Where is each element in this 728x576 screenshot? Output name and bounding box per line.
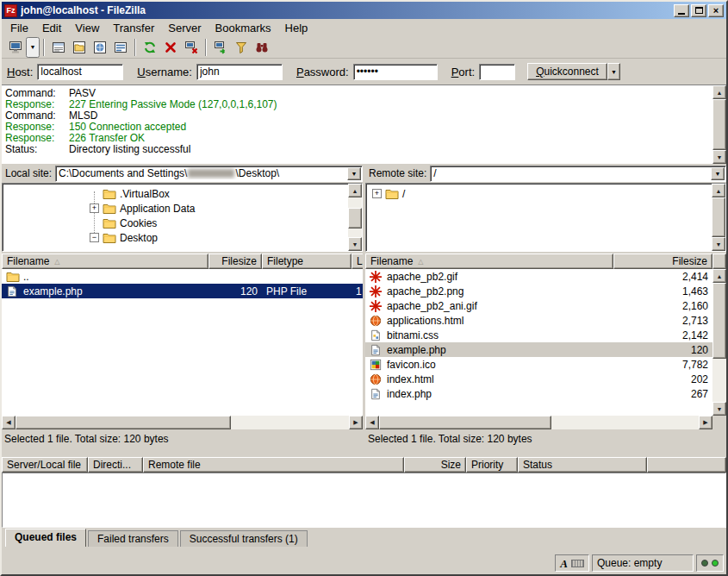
remote-horizontal-scrollbar[interactable]: ◀ ▶ bbox=[365, 416, 712, 429]
scrollbar-thumb[interactable] bbox=[712, 283, 726, 359]
file-row-apache-pb2-ani-gif[interactable]: apache_pb2_ani.gif2,160 bbox=[365, 298, 712, 313]
column-header-filetype[interactable]: Filetype bbox=[262, 254, 352, 269]
file-row-bitnami-css[interactable]: bitnami.css2,142 bbox=[365, 328, 712, 342]
expand-icon[interactable]: + bbox=[90, 203, 99, 213]
minimize-button[interactable] bbox=[674, 4, 689, 17]
quickconnect-button[interactable]: Quickconnect bbox=[527, 63, 607, 80]
tree-item-virtualbox[interactable]: .VirtualBox bbox=[3, 186, 361, 201]
column-header-filesize[interactable]: Filesize bbox=[208, 254, 262, 269]
quickconnect-dropdown-button[interactable]: ▼ bbox=[607, 63, 620, 80]
file-row-example-php[interactable]: example.php120PHP File1 bbox=[2, 284, 363, 298]
tab-successful-transfers-1[interactable]: Successful transfers (1) bbox=[180, 530, 308, 547]
remote-site-combobox[interactable]: / ▼ bbox=[430, 166, 726, 182]
menu-view[interactable]: View bbox=[68, 20, 106, 36]
tree-item-application-data[interactable]: +Application Data bbox=[3, 201, 361, 216]
cancel-button[interactable] bbox=[160, 37, 181, 58]
file-row-example-php[interactable]: example.php120 bbox=[365, 342, 712, 357]
menu-transfer[interactable]: Transfer bbox=[106, 20, 161, 36]
scrollbar-thumb[interactable] bbox=[16, 416, 231, 429]
scrollbar-thumb[interactable] bbox=[379, 416, 551, 429]
column-header-directi[interactable]: Directi... bbox=[88, 457, 143, 473]
remote-list-scrollbar[interactable]: ▲ ▼ bbox=[712, 269, 726, 416]
scroll-up-button[interactable]: ▲ bbox=[712, 85, 726, 99]
column-header-label: Filetype bbox=[267, 255, 303, 267]
menu-help[interactable]: Help bbox=[278, 20, 315, 36]
toggle-message-log-icon bbox=[52, 41, 65, 54]
port-input[interactable] bbox=[479, 64, 515, 80]
site-manager-icon bbox=[9, 41, 22, 54]
scroll-down-button[interactable]: ▼ bbox=[712, 237, 725, 251]
scroll-right-button[interactable]: ▶ bbox=[349, 416, 363, 429]
scroll-down-button[interactable]: ▼ bbox=[712, 150, 726, 164]
toggle-queue-button[interactable] bbox=[110, 37, 131, 58]
queue-list[interactable] bbox=[2, 473, 726, 528]
file-row-favicon-ico[interactable]: favicon.ico7,782 bbox=[365, 357, 712, 372]
column-header-size[interactable]: Size bbox=[404, 457, 466, 473]
column-header-status[interactable]: Status bbox=[518, 457, 647, 473]
column-header-server-local-file[interactable]: Server/Local file bbox=[2, 457, 88, 473]
scroll-up-button[interactable]: ▲ bbox=[712, 269, 726, 283]
host-input[interactable] bbox=[37, 64, 123, 80]
column-header-filename[interactable]: Filename△ bbox=[365, 254, 613, 269]
tree-item-[interactable]: +/ bbox=[367, 186, 725, 201]
scrollbar-thumb[interactable] bbox=[712, 99, 726, 150]
refresh-button[interactable] bbox=[140, 37, 160, 58]
scrollbar-thumb[interactable] bbox=[712, 197, 725, 237]
scroll-right-button[interactable]: ▶ bbox=[699, 416, 712, 429]
local-horizontal-scrollbar[interactable]: ◀ ▶ bbox=[2, 416, 363, 429]
filter-button[interactable] bbox=[231, 37, 252, 58]
tree-item-desktop[interactable]: −Desktop bbox=[3, 230, 361, 245]
scrollbar-track[interactable] bbox=[16, 416, 349, 429]
file-name: example.php bbox=[387, 344, 446, 356]
site-manager-dropdown-button[interactable]: ▼ bbox=[26, 37, 40, 58]
column-header-filesize[interactable]: Filesize bbox=[613, 254, 712, 269]
toggle-remote-tree-button[interactable] bbox=[90, 37, 110, 58]
transfer-type-indicator-icon[interactable]: A bbox=[560, 558, 568, 569]
tab-failed-transfers[interactable]: Failed transfers bbox=[88, 530, 178, 547]
scroll-down-button[interactable]: ▼ bbox=[712, 402, 726, 416]
file-row-apache-pb2-png[interactable]: apache_pb2.png1,463 bbox=[365, 284, 712, 298]
toggle-message-log-button[interactable] bbox=[48, 37, 69, 58]
close-button[interactable]: × bbox=[708, 4, 724, 17]
scroll-left-button[interactable]: ◀ bbox=[2, 416, 16, 429]
file-row-index-html[interactable]: index.html202 bbox=[365, 372, 712, 386]
toggle-local-tree-button[interactable] bbox=[69, 37, 90, 58]
speed-limits-icon[interactable] bbox=[571, 560, 584, 567]
password-input[interactable] bbox=[353, 64, 438, 80]
file-row-apache-pb2-gif[interactable]: apache_pb2.gif2,414 bbox=[365, 269, 712, 284]
remote-site-dropdown-button[interactable]: ▼ bbox=[711, 167, 725, 180]
menu-file[interactable]: File bbox=[3, 20, 35, 36]
maximize-button[interactable] bbox=[691, 4, 706, 17]
file-row-applications-html[interactable]: applications.html2,713 bbox=[365, 313, 712, 328]
column-header-filename[interactable]: Filename△ bbox=[2, 254, 208, 269]
menu-bookmarks[interactable]: Bookmarks bbox=[208, 20, 278, 36]
username-input[interactable] bbox=[196, 64, 283, 80]
log-scrollbar[interactable]: ▲ ▼ bbox=[712, 85, 726, 164]
column-header-priority[interactable]: Priority bbox=[466, 457, 518, 473]
scrollbar-track[interactable] bbox=[379, 416, 699, 429]
tab-queued-files[interactable]: Queued files bbox=[5, 529, 86, 547]
tree-item-cookies[interactable]: Cookies bbox=[3, 216, 361, 230]
collapse-icon[interactable]: − bbox=[90, 233, 99, 242]
disconnect-button[interactable] bbox=[181, 37, 202, 58]
scrollbar-track[interactable] bbox=[712, 99, 726, 150]
find-button[interactable] bbox=[252, 37, 272, 58]
scrollbar-track[interactable] bbox=[712, 197, 725, 237]
expand-icon[interactable]: + bbox=[372, 189, 382, 198]
local-site-combobox[interactable]: C:\Documents and Settings\\Desktop\ ▼ bbox=[55, 166, 363, 182]
menu-server[interactable]: Server bbox=[161, 20, 208, 36]
site-manager-button[interactable] bbox=[5, 37, 26, 58]
scrollbar-track[interactable] bbox=[712, 283, 726, 402]
scroll-left-button[interactable]: ◀ bbox=[365, 416, 379, 429]
file-row-index-php[interactable]: index.php267 bbox=[365, 386, 712, 401]
file-row-[interactable]: .. bbox=[2, 269, 363, 284]
file-cell-filename: favicon.ico bbox=[365, 357, 613, 372]
column-header-remote-file[interactable]: Remote file bbox=[143, 457, 404, 473]
reconnect-button[interactable] bbox=[210, 37, 231, 58]
menu-edit[interactable]: Edit bbox=[35, 20, 68, 36]
main-area: Local site: C:\Documents and Settings\\D… bbox=[2, 164, 726, 447]
find-icon bbox=[255, 41, 269, 54]
local-site-dropdown-button[interactable]: ▼ bbox=[347, 167, 361, 180]
username-label: Username: bbox=[137, 66, 192, 78]
column-header-last-modified[interactable]: Last modified bbox=[352, 254, 363, 269]
